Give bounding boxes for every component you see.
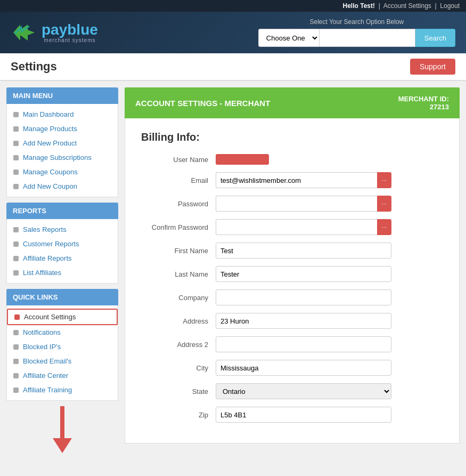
- main-menu-header: MAIN MENU: [6, 87, 118, 104]
- form-row-city: City: [141, 360, 443, 376]
- bullet-icon: [13, 330, 19, 335]
- logout-link[interactable]: Logout: [440, 2, 460, 10]
- logo-text: payblue: [42, 22, 98, 37]
- state-label: State: [141, 388, 216, 396]
- zip-label: Zip: [141, 411, 216, 419]
- sidebar-item-account-settings[interactable]: Account Settings: [7, 309, 118, 325]
- email-input[interactable]: [216, 172, 377, 188]
- merchant-id-label: MERCHANT ID:: [398, 95, 449, 103]
- reports-header: REPORTS: [6, 203, 118, 219]
- quick-links-header: QUICK LINKS: [6, 289, 118, 305]
- logo-blue: blue: [67, 21, 98, 38]
- form-row-zip: Zip: [141, 407, 443, 423]
- email-action-btn[interactable]: ···: [377, 172, 391, 188]
- red-arrow-container: [6, 406, 118, 453]
- form-row-username: User Name: [141, 154, 443, 165]
- sidebar-item-customer-reports[interactable]: Customer Reports: [7, 237, 118, 251]
- search-area: Select Your Search Option Below Choose O…: [258, 18, 455, 47]
- content-header: ACCOUNT SETTINGS - MERCHANT MERCHANT ID:…: [125, 87, 460, 118]
- sidebar-item-blocked-ips[interactable]: Blocked IP's: [7, 340, 118, 354]
- address-input[interactable]: [216, 313, 391, 329]
- logo-area: payblue merchant systems: [11, 22, 98, 43]
- form-row-address: Address: [141, 313, 443, 329]
- logo-icon: [11, 22, 37, 43]
- confirm-password-field: ···: [216, 219, 443, 235]
- first-name-input[interactable]: [216, 243, 391, 259]
- support-button[interactable]: Support: [410, 59, 455, 75]
- bullet-icon: [13, 344, 19, 350]
- email-label: Email: [141, 176, 216, 184]
- city-field: [216, 360, 443, 376]
- sidebar-item-main-dashboard[interactable]: Main Dashboard: [7, 107, 118, 122]
- search-input[interactable]: [320, 29, 415, 47]
- confirm-password-input[interactable]: [216, 219, 377, 235]
- last-name-input[interactable]: [216, 266, 391, 282]
- bullet-icon: [13, 270, 19, 276]
- billing-title: Billing Info:: [141, 131, 443, 143]
- address2-input[interactable]: [216, 336, 391, 352]
- bullet-icon: [13, 359, 19, 364]
- sidebar-item-add-new-product[interactable]: Add New Product: [7, 136, 118, 150]
- zip-input[interactable]: [216, 407, 391, 423]
- sidebar-reports: REPORTS Sales Reports Customer Reports A…: [6, 203, 118, 284]
- form-row-address2: Address 2: [141, 336, 443, 352]
- search-select[interactable]: Choose One: [258, 29, 320, 47]
- last-name-label: Last Name: [141, 270, 216, 278]
- password-input-group: ···: [216, 196, 391, 212]
- company-input[interactable]: [216, 289, 391, 305]
- password-label: Password: [141, 200, 216, 208]
- form-row-last-name: Last Name: [141, 266, 443, 282]
- sidebar-item-list-affiliates[interactable]: List Affiliates: [7, 265, 118, 280]
- bullet-icon: [13, 184, 19, 189]
- sidebar-item-manage-subscriptions[interactable]: Manage Subscriptions: [7, 150, 118, 165]
- form-row-first-name: First Name: [141, 243, 443, 259]
- arrow-head: [53, 438, 72, 453]
- sidebar-item-add-new-coupon[interactable]: Add New Coupon: [7, 179, 118, 193]
- search-label: Select Your Search Option Below: [258, 18, 455, 26]
- company-field: [216, 289, 443, 305]
- username-field: [216, 154, 443, 165]
- sidebar-item-affiliate-reports[interactable]: Affiliate Reports: [7, 251, 118, 265]
- logo-pay: pay: [42, 21, 67, 38]
- form-row-email: Email ···: [141, 172, 443, 188]
- account-settings-link[interactable]: Account Settings: [383, 2, 431, 10]
- state-field: Ontario: [216, 383, 443, 399]
- confirm-password-action-btn[interactable]: ···: [377, 219, 391, 235]
- sidebar-item-notifications[interactable]: Notifications: [7, 325, 118, 340]
- sidebar-item-blocked-emails[interactable]: Blocked Email's: [7, 354, 118, 368]
- search-button[interactable]: Search: [415, 29, 455, 47]
- bullet-icon: [13, 112, 19, 117]
- state-select[interactable]: Ontario: [216, 383, 391, 399]
- arrow-line: [60, 406, 64, 438]
- page-title: Settings: [11, 60, 57, 74]
- sidebar-item-manage-products[interactable]: Manage Products: [7, 122, 118, 136]
- bullet-icon: [13, 256, 19, 261]
- content-body: Billing Info: User Name Email ···: [125, 118, 460, 443]
- logo-text-block: payblue merchant systems: [42, 22, 98, 43]
- sidebar-quick-links: QUICK LINKS Account Settings Notificatio…: [6, 289, 118, 401]
- red-arrow: [53, 406, 72, 453]
- main-layout: MAIN MENU Main Dashboard Manage Products…: [0, 81, 466, 472]
- form-row-state: State Ontario: [141, 383, 443, 399]
- bullet-icon: [13, 170, 19, 175]
- password-action-btn[interactable]: ···: [377, 196, 391, 212]
- address2-field: [216, 336, 443, 352]
- company-label: Company: [141, 294, 216, 302]
- sidebar-item-affiliate-training[interactable]: Affiliate Training: [7, 383, 118, 397]
- merchant-id-block: MERCHANT ID: 27213: [398, 95, 449, 111]
- last-name-field: [216, 266, 443, 282]
- confirm-password-input-group: ···: [216, 219, 391, 235]
- page-title-bar: Settings Support: [0, 53, 466, 81]
- first-name-field: [216, 243, 443, 259]
- password-input[interactable]: [216, 196, 377, 212]
- sidebar-item-sales-reports[interactable]: Sales Reports: [7, 222, 118, 237]
- reports-body: Sales Reports Customer Reports Affiliate…: [6, 219, 118, 284]
- sidebar-item-affiliate-center[interactable]: Affiliate Center: [7, 368, 118, 383]
- city-input[interactable]: [216, 360, 391, 376]
- sidebar-item-manage-coupons[interactable]: Manage Coupons: [7, 165, 118, 179]
- bullet-icon: [13, 126, 19, 132]
- username-redacted: [216, 154, 269, 165]
- address-field: [216, 313, 443, 329]
- address2-label: Address 2: [141, 341, 216, 349]
- bullet-icon: [14, 314, 20, 320]
